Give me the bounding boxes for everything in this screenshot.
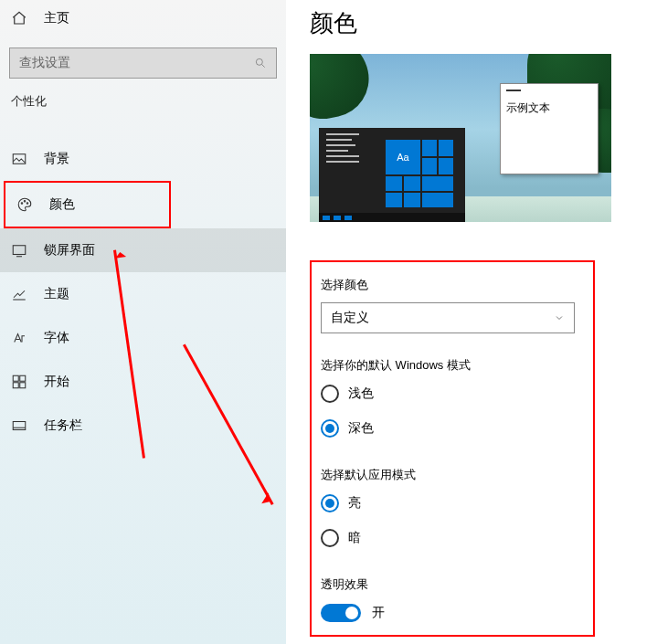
radio-icon — [321, 385, 339, 403]
choose-color-value: 自定义 — [331, 310, 369, 326]
taskbar-icon — [11, 417, 27, 434]
sidebar-item-label: 锁屏界面 — [44, 242, 95, 259]
sidebar-item-label: 主题 — [44, 286, 69, 302]
nav-list: 背景 颜色 锁屏界面 主题 字体 开始 任务栏 — [0, 137, 286, 448]
svg-rect-2 — [13, 154, 26, 164]
svg-rect-9 — [13, 375, 18, 381]
windows-mode-light[interactable]: 浅色 — [321, 385, 584, 403]
picture-icon — [11, 151, 27, 167]
radio-icon — [321, 419, 339, 438]
palette-icon — [16, 196, 33, 213]
transparency-toggle[interactable] — [321, 604, 361, 622]
page-title: 颜色 — [310, 7, 639, 39]
svg-rect-11 — [13, 383, 18, 388]
choose-color-select[interactable]: 自定义 — [321, 302, 575, 333]
theme-icon — [11, 286, 27, 302]
radio-label: 亮 — [348, 495, 361, 512]
search-icon — [254, 57, 267, 69]
start-icon — [11, 374, 27, 390]
svg-rect-13 — [13, 422, 26, 430]
preview-taskbar: Aa — [319, 128, 465, 213]
home-icon — [11, 10, 27, 26]
sidebar-item-background[interactable]: 背景 — [0, 137, 286, 181]
preview-sample-text: 示例文本 — [506, 100, 592, 116]
sidebar: 主页 查找设置 个性化 背景 颜色 锁屏界面 主题 字体 — [0, 0, 286, 644]
search-input[interactable]: 查找设置 — [9, 48, 277, 79]
home-label: 主页 — [44, 10, 69, 26]
app-mode-label: 选择默认应用模式 — [321, 467, 584, 483]
sidebar-item-label: 任务栏 — [44, 417, 82, 434]
svg-point-5 — [26, 203, 28, 205]
svg-rect-10 — [20, 375, 26, 381]
svg-point-4 — [24, 201, 26, 203]
lockscreen-icon — [11, 242, 27, 259]
preview-tile-accent: Aa — [386, 140, 420, 174]
radio-label: 暗 — [348, 530, 361, 546]
sidebar-item-themes[interactable]: 主题 — [0, 272, 286, 316]
svg-rect-6 — [13, 246, 26, 255]
search-placeholder: 查找设置 — [19, 55, 70, 71]
transparency-label: 透明效果 — [321, 576, 584, 593]
color-settings-panel: 选择颜色 自定义 选择你的默认 Windows 模式 浅色 深色 选择默认应用模… — [310, 260, 595, 637]
radio-label: 浅色 — [348, 385, 374, 402]
app-mode-dark[interactable]: 暗 — [321, 529, 584, 547]
windows-mode-dark[interactable]: 深色 — [321, 419, 584, 438]
home-button[interactable]: 主页 — [0, 0, 286, 37]
preview-window: 示例文本 — [500, 83, 599, 174]
sidebar-item-label: 背景 — [44, 151, 69, 167]
radio-label: 深色 — [348, 420, 374, 437]
chevron-down-icon — [554, 312, 565, 323]
app-mode-light[interactable]: 亮 — [321, 494, 584, 512]
section-title: 个性化 — [0, 93, 286, 117]
sidebar-item-label: 开始 — [44, 374, 69, 390]
color-preview: Aa 示例文本 — [310, 54, 611, 222]
svg-point-3 — [21, 203, 23, 205]
windows-mode-label: 选择你的默认 Windows 模式 — [321, 357, 584, 374]
radio-icon — [321, 529, 339, 547]
sidebar-item-colors[interactable]: 颜色 — [5, 183, 169, 227]
transparency-state: 开 — [372, 605, 385, 621]
sidebar-item-lockscreen[interactable]: 锁屏界面 — [0, 228, 286, 272]
main-content: 颜色 Aa 示例文本 选择颜色 自定义 选择你的默认 Wi — [286, 0, 657, 644]
font-icon — [11, 330, 27, 346]
choose-color-label: 选择颜色 — [321, 277, 584, 293]
sidebar-item-label: 字体 — [44, 330, 69, 346]
svg-point-0 — [256, 58, 262, 65]
sidebar-item-fonts[interactable]: 字体 — [0, 316, 286, 360]
sidebar-item-start[interactable]: 开始 — [0, 360, 286, 404]
svg-line-1 — [262, 65, 265, 68]
radio-icon — [321, 494, 339, 512]
svg-rect-12 — [20, 383, 26, 388]
sidebar-item-label: 颜色 — [49, 196, 75, 213]
